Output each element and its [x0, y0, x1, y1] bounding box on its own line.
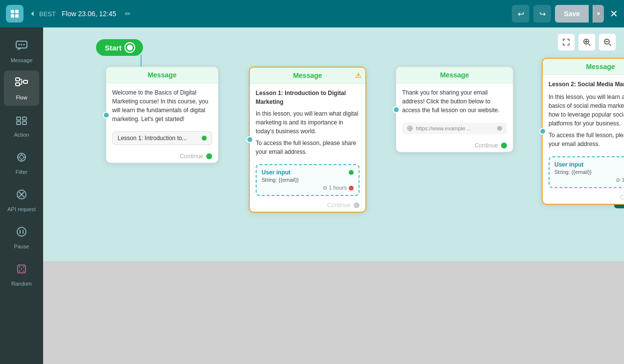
node2-continue-label: Continue: [327, 202, 351, 209]
svg-rect-10: [16, 83, 20, 86]
svg-point-23: [21, 268, 23, 270]
node4-text-line2: To access the full lesson, please share …: [549, 131, 624, 148]
node-3[interactable]: Message Thank you for sharing your email…: [396, 67, 513, 152]
node2-input-sub: String: {{email}}: [262, 177, 354, 183]
node1-continue-dot: [206, 153, 212, 159]
node2-header: Message ⚠: [250, 68, 365, 84]
node3-header: Message: [396, 67, 513, 83]
zoom-out-button[interactable]: [599, 33, 616, 51]
svg-point-6: [19, 44, 20, 46]
sidebar-item-flow[interactable]: Flow: [4, 71, 39, 106]
node2-time-label: ⊘ 1 hours: [323, 185, 347, 191]
svg-point-17: [20, 155, 24, 159]
node4-user-input[interactable]: User input String: {{email}} ⊘ 1 hours: [549, 156, 624, 188]
sidebar-label-filter: Filter: [16, 169, 27, 175]
flow-title: Flow 23.06, 12:45: [62, 10, 116, 18]
sidebar-item-random[interactable]: Random: [4, 257, 39, 292]
pause-icon: [15, 225, 28, 242]
node1-type: Message: [147, 71, 176, 79]
node2-body: Lesson 1: Introduction to Digital Market…: [250, 84, 365, 161]
node2-warning-icon: ⚠: [355, 72, 361, 79]
node1-header: Message: [106, 67, 218, 83]
node3-url: https://www.example....: [416, 125, 471, 131]
svg-rect-2: [11, 14, 14, 18]
svg-rect-3: [15, 14, 19, 18]
sidebar-item-action[interactable]: Action: [4, 108, 39, 143]
canvas[interactable]: Start: [43, 27, 624, 364]
node1-body: Welcome to the Basics of Digital Marketi…: [106, 83, 218, 128]
save-dropdown-button[interactable]: ▾: [593, 5, 604, 23]
redo-button[interactable]: ↪: [533, 5, 551, 23]
topbar: BEST Flow 23.06, 12:45 ✏ ↩ ↪ Save ▾ ✕: [0, 0, 624, 27]
node2-input-dot: [349, 170, 354, 175]
node2-text-line1: Lesson 1: Introduction to Digital Market…: [256, 89, 360, 106]
sidebar-label-random: Random: [11, 281, 32, 287]
start-dot: [125, 43, 134, 52]
node4-input-sub: String: {{email}}: [554, 169, 624, 175]
svg-marker-4: [31, 11, 34, 17]
node-1[interactable]: Message Welcome to the Basics of Digital…: [106, 67, 218, 163]
node1-lesson-button[interactable]: Lesson 1: Introduction to...: [112, 131, 212, 145]
sidebar-item-filter[interactable]: Filter: [4, 145, 39, 180]
node3-type: Message: [440, 71, 469, 79]
node1-continue: Continue: [106, 150, 218, 163]
sidebar-item-message[interactable]: Message: [4, 33, 39, 69]
node3-continue-dot: [501, 143, 507, 148]
edit-icon[interactable]: ✏: [125, 10, 131, 18]
node1-text: Welcome to the Basics of Digital Marketi…: [112, 89, 208, 122]
node3-footer: https://www.example....: [396, 120, 513, 139]
svg-point-24: [19, 270, 21, 272]
node1-footer: Lesson 1: Introduction to...: [106, 128, 218, 150]
node3-continue: Continue: [396, 139, 513, 152]
api-icon: [15, 188, 28, 204]
svg-rect-0: [11, 10, 14, 13]
nav-label: BEST: [39, 10, 56, 18]
node1-left-connector: [103, 112, 110, 119]
node2-text-line3: To access the full lesson, please share …: [256, 139, 360, 156]
sidebar-label-message: Message: [11, 57, 33, 63]
nav-breadcrumb[interactable]: BEST: [29, 10, 56, 18]
node1-continue-label: Continue: [180, 153, 203, 160]
undo-button[interactable]: ↩: [512, 5, 529, 23]
flow-icon: [15, 76, 28, 93]
close-button[interactable]: ✕: [610, 8, 618, 20]
start-label: Start: [105, 44, 121, 52]
main-layout: Message Flow: [0, 27, 624, 364]
zoom-in-button[interactable]: [578, 33, 596, 51]
node2-input-title: User input: [262, 169, 290, 176]
sidebar-label-flow: Flow: [16, 95, 27, 100]
zoom-fit-button[interactable]: [557, 33, 575, 51]
filter-icon: [15, 150, 28, 167]
node1-btn-label: Lesson 1: Introduction to...: [118, 135, 187, 142]
start-node[interactable]: Start: [96, 39, 143, 56]
node4-left-connector: [539, 128, 546, 135]
sidebar: Message Flow: [0, 27, 43, 364]
save-button[interactable]: Save: [555, 5, 589, 23]
app-logo[interactable]: [6, 5, 24, 23]
node3-body: Thank you for sharing your email address…: [396, 83, 513, 120]
sidebar-label-api: API request: [7, 206, 35, 212]
node2-user-input[interactable]: User input String: {{email}} ⊘ 1 hours: [256, 164, 360, 196]
svg-point-21: [19, 267, 21, 268]
node4-type: Message: [586, 63, 615, 71]
sidebar-item-api[interactable]: API request: [4, 182, 39, 218]
node4-input-time: ⊘ 1 hours: [554, 177, 624, 183]
message-icon: [15, 39, 28, 55]
sidebar-label-pause: Pause: [14, 243, 29, 249]
node-2[interactable]: Message ⚠ Lesson 1: Introduction to Digi…: [249, 67, 366, 213]
action-icon: [15, 113, 28, 130]
svg-point-22: [23, 267, 24, 268]
node3-url-row[interactable]: https://www.example....: [402, 122, 507, 134]
node4-title-text: Lesson 2: Social Media Marketing: [549, 80, 624, 89]
node4-input-title: User input: [554, 161, 583, 168]
node3-url-dot: [497, 126, 502, 131]
sidebar-item-pause[interactable]: Pause: [4, 219, 39, 255]
svg-rect-13: [23, 117, 26, 120]
node3-continue-label: Continue: [475, 142, 498, 149]
svg-point-7: [21, 44, 23, 46]
bottom-panel: [43, 261, 624, 364]
node4-input-label: User input: [554, 161, 624, 168]
node1-btn-dot: [202, 136, 207, 141]
node-4[interactable]: Message ⚠ Lesson 2: Social Media Marketi…: [542, 58, 624, 205]
svg-point-25: [23, 270, 24, 272]
